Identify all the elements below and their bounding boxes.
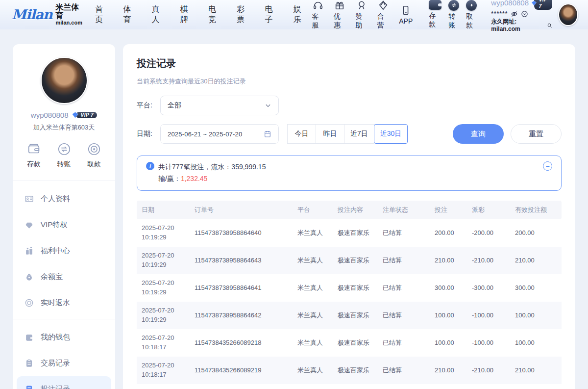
quick-range-button[interactable]: 今日 bbox=[287, 124, 316, 144]
sponsor-label: 赞助 bbox=[355, 12, 367, 30]
sidebar-item-wallet[interactable]: 我的钱包 bbox=[13, 324, 115, 350]
table-body: 2025-07-2010:19:29 1154738738958864640 米… bbox=[137, 219, 562, 384]
chevron-down-circle-icon[interactable] bbox=[521, 10, 528, 18]
sidebar-vip-badge: VIP 7 bbox=[72, 112, 98, 118]
sidebar-transfer-button[interactable]: 转账 bbox=[57, 142, 72, 169]
cell-order-number: 1154738738958864643 bbox=[195, 257, 297, 264]
cell-bet-amount: 100.00 bbox=[435, 311, 472, 319]
magnifier-icon[interactable] bbox=[547, 23, 553, 28]
cell-platform: 米兰真人 bbox=[297, 256, 338, 265]
bet-records-panel: 投注记录 当前系统支持查询最近30日的投注记录 平台: 全部 日期: 2025-… bbox=[123, 44, 575, 389]
app-download-button[interactable]: APP bbox=[399, 5, 413, 25]
cell-bet-amount: 300.00 bbox=[435, 284, 472, 291]
nav-link[interactable]: 体育 bbox=[123, 4, 137, 25]
loss-label: 输/赢： bbox=[158, 175, 181, 182]
table-row: 2025-07-2010:19:29 1154738738958864641 米… bbox=[137, 274, 562, 302]
id-card-icon bbox=[24, 194, 34, 204]
customer-service-button[interactable]: 客服 bbox=[312, 0, 323, 30]
nav-link[interactable]: 棋牌 bbox=[180, 4, 194, 25]
wallet-icon bbox=[429, 0, 441, 10]
quick-range-button[interactable]: 近7日 bbox=[344, 124, 374, 144]
table-header-cell: 投注 bbox=[435, 206, 472, 214]
cell-order-number: 1154738435266089218 bbox=[195, 339, 297, 346]
date-range-input[interactable]: 2025-06-21 ~ 2025-07-20 bbox=[160, 124, 279, 144]
loss-value: 1,232.45 bbox=[181, 175, 208, 182]
cell-bet-content: 极速百家乐 bbox=[338, 311, 383, 320]
sidebar-item-profile[interactable]: 个人资料 bbox=[13, 186, 115, 212]
cell-status: 已结算 bbox=[383, 256, 435, 265]
cell-date: 2025-07-2010:18:17 bbox=[142, 361, 195, 380]
deposit-button[interactable]: 存款 bbox=[429, 0, 441, 30]
transfer-button[interactable]: 转账 bbox=[448, 0, 459, 30]
cell-date: 2025-07-2010:18:17 bbox=[142, 334, 195, 352]
cell-bet-content: 极速百家乐 bbox=[338, 229, 383, 237]
page-title: 投注记录 bbox=[137, 57, 562, 70]
eye-off-icon[interactable] bbox=[511, 10, 518, 18]
sidebar-item-label: VIP特权 bbox=[41, 220, 67, 230]
cell-bet-amount: 200.00 bbox=[435, 229, 472, 236]
sidebar-withdraw-label: 取款 bbox=[87, 160, 101, 169]
site-logo[interactable]: Milan 米兰体育 milan.com bbox=[12, 3, 82, 26]
sidebar-item-yuebao[interactable]: 余额宝 bbox=[13, 264, 115, 290]
gem-icon bbox=[24, 220, 34, 230]
cell-date: 2025-07-2010:19:29 bbox=[142, 224, 195, 242]
sidebar-item-welfare[interactable]: 福利中心 bbox=[13, 238, 115, 264]
logo-cn-text: 米兰体育 bbox=[56, 3, 82, 20]
sidebar-deposit-button[interactable]: 存款 bbox=[26, 142, 41, 169]
promotions-button[interactable]: 优惠 bbox=[334, 0, 345, 30]
nav-link[interactable]: 电竞 bbox=[208, 4, 222, 25]
withdraw-button[interactable]: 取款 bbox=[466, 0, 477, 30]
member-days-text: 加入米兰体育第603天 bbox=[13, 123, 115, 132]
cell-valid-amount: 300.00 bbox=[515, 284, 554, 291]
cell-payout: -210.00 bbox=[472, 257, 515, 264]
collapse-minus-icon[interactable]: − bbox=[543, 161, 552, 171]
withdraw-circle-icon bbox=[87, 142, 101, 156]
withdraw-label: 取款 bbox=[466, 12, 477, 30]
logo-script-text: Milan bbox=[12, 7, 52, 22]
customer-service-label: 客服 bbox=[312, 12, 323, 30]
sidebar-transfer-label: 转账 bbox=[57, 160, 71, 169]
sidebar-item-vip[interactable]: VIP特权 bbox=[13, 212, 115, 238]
diamond-icon bbox=[378, 0, 389, 11]
clipboard-icon bbox=[24, 359, 34, 368]
platform-select[interactable]: 全部 bbox=[160, 96, 279, 115]
sidebar-item-transactions[interactable]: 交易记录 bbox=[13, 350, 115, 376]
transfer-circle-icon bbox=[57, 142, 72, 156]
cell-platform: 米兰真人 bbox=[297, 229, 338, 237]
nav-link[interactable]: 真人 bbox=[152, 4, 166, 25]
nav-link[interactable]: 彩票 bbox=[237, 4, 250, 25]
permanent-url-text: 永久网址: milan.com bbox=[491, 18, 545, 33]
search-button[interactable]: 查询 bbox=[453, 124, 504, 144]
cell-platform: 米兰真人 bbox=[297, 366, 338, 375]
sidebar-withdraw-button[interactable]: 取款 bbox=[87, 142, 101, 169]
cell-status: 已结算 bbox=[383, 338, 435, 347]
cell-valid-amount: 210.00 bbox=[515, 257, 554, 264]
nav-link[interactable]: 电子 bbox=[265, 4, 279, 25]
cell-status: 已结算 bbox=[383, 229, 435, 237]
user-avatar[interactable] bbox=[558, 3, 578, 26]
sidebar-item-rebate[interactable]: 实时返水 bbox=[13, 290, 115, 316]
cell-valid-amount: 100.00 bbox=[515, 339, 554, 346]
vip-diamond-icon bbox=[72, 112, 79, 118]
partnership-button[interactable]: 合营 bbox=[377, 0, 389, 30]
cell-status: 已结算 bbox=[383, 311, 435, 320]
table-header-cell: 日期 bbox=[142, 206, 195, 214]
deposit-label: 存款 bbox=[429, 11, 441, 29]
promotions-label: 优惠 bbox=[334, 12, 345, 30]
sponsor-button[interactable]: 赞助 bbox=[355, 0, 367, 30]
profile-avatar[interactable] bbox=[41, 57, 88, 104]
nav-link[interactable]: 娱乐 bbox=[294, 4, 307, 25]
cell-payout: -100.00 bbox=[472, 311, 515, 319]
sidebar-item-bet-records[interactable]: 投注记录 bbox=[17, 376, 111, 389]
quick-range-button[interactable]: 昨日 bbox=[316, 124, 344, 144]
top-navigation-bar: Milan 米兰体育 milan.com 首页体育真人棋牌电竞彩票电子娱乐 客服… bbox=[0, 0, 588, 29]
quick-range-button[interactable]: 近30日 bbox=[374, 124, 408, 144]
nav-link[interactable]: 首页 bbox=[95, 4, 109, 25]
calendar-icon bbox=[264, 130, 271, 138]
sidebar-deposit-label: 存款 bbox=[27, 160, 41, 169]
partnership-label: 合营 bbox=[377, 12, 389, 30]
platform-select-value: 全部 bbox=[168, 101, 265, 110]
reset-button[interactable]: 重置 bbox=[511, 124, 562, 144]
profile-sidebar: wyp080808 VIP 7 加入米兰体育第603天 存款 转账 取款 bbox=[13, 44, 115, 389]
summary-line1: 共计777笔投注，流水：359,999.15 bbox=[158, 161, 266, 173]
